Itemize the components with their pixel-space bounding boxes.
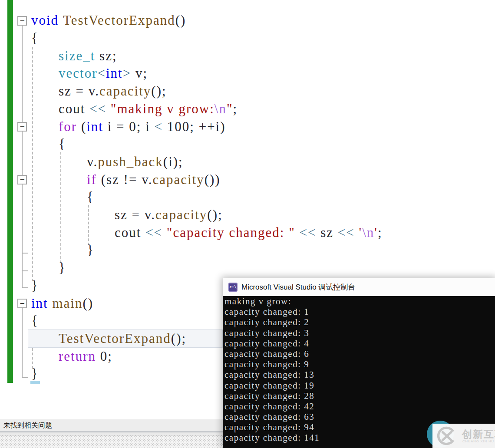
code-token: for [59, 119, 77, 135]
code-token: capacity [155, 207, 207, 223]
code-token: i = 0; i [103, 119, 155, 135]
code-token: int [86, 119, 103, 135]
caret-mark [30, 381, 40, 384]
code-line[interactable]: if (sz != v.capacity()) [87, 171, 221, 188]
brand-logo-icon [436, 425, 457, 446]
code-token: ; [378, 225, 383, 240]
fold-line [22, 308, 23, 377]
code-line[interactable]: void TestVectorExpand() [31, 12, 186, 30]
code-token: "capacity changed: " [167, 225, 295, 240]
status-bar: 未找到相关问题 [0, 419, 223, 432]
code-line[interactable]: { [31, 30, 39, 47]
code-token: capacity [152, 172, 204, 188]
console-line: making v grow: [223, 296, 495, 306]
console-line: capacity changed: 19 [223, 380, 495, 391]
code-token: sz = v. [115, 207, 155, 223]
code-line[interactable]: TestVectorExpand(); [59, 330, 186, 348]
code-token [355, 225, 359, 240]
code-line[interactable]: } [31, 277, 39, 295]
code-token: { [31, 30, 39, 46]
code-line[interactable]: v.push_back(i); [87, 153, 183, 171]
code-line[interactable]: cout << "making v grow:\n"; [59, 100, 238, 118]
console-line: capacity changed: 3 [223, 328, 495, 338]
indent-guide [32, 47, 33, 281]
code-token: void [31, 13, 59, 28]
console-title: Microsoft Visual Studio 调试控制台 [241, 282, 355, 292]
fold-line [22, 25, 23, 288]
code-token: (); [151, 83, 166, 99]
console-titlebar[interactable]: c:\ Microsoft Visual Studio 调试控制台 [223, 278, 495, 296]
indent-guide [60, 152, 61, 263]
fold-line-foot [22, 377, 28, 378]
console-icon-label: c:\ [229, 285, 236, 289]
code-token: () [82, 296, 93, 311]
code-token: "making v grow: [111, 101, 214, 117]
code-token [59, 13, 63, 28]
code-line[interactable]: { [31, 312, 39, 330]
fold-line-foot [22, 287, 28, 288]
brand-subtitle: CHUANG XIN HU LIAN [462, 439, 495, 443]
code-token: cout [59, 101, 89, 117]
splitter-bar[interactable] [0, 432, 223, 435]
fold-marker-collapse[interactable]: − [17, 175, 27, 184]
code-token: \n [362, 225, 374, 240]
code-token [295, 225, 300, 240]
code-token: " [227, 101, 233, 117]
console-line: capacity changed: 13 [223, 369, 495, 380]
code-token: 100; ++i) [163, 119, 226, 135]
code-line[interactable]: } [87, 241, 94, 259]
code-token [48, 296, 53, 311]
code-line[interactable]: { [59, 135, 66, 153]
fold-marker-collapse[interactable]: − [17, 122, 27, 132]
code-token: (); [207, 207, 222, 223]
code-line[interactable]: } [59, 259, 66, 277]
watermark: 创新互联 CHUANG XIN HU LIAN [426, 419, 495, 448]
code-token: if [87, 172, 97, 188]
watermark-box: 创新互联 CHUANG XIN HU LIAN [432, 424, 495, 448]
console-line: capacity changed: 42 [223, 401, 495, 412]
horizontal-scrollbar[interactable] [0, 435, 223, 448]
fold-marker-collapse[interactable]: − [17, 16, 27, 26]
code-line[interactable]: cout << "capacity changed: " << sz << '\… [115, 224, 383, 241]
code-line[interactable]: } [31, 365, 39, 383]
code-token: } [87, 242, 94, 258]
code-token: ( [77, 119, 86, 135]
code-line[interactable]: for (int i = 0; i < 100; ++i) [59, 118, 226, 135]
code-token: << [89, 101, 106, 117]
code-token: } [31, 366, 39, 382]
code-token: v; [131, 66, 148, 81]
code-line[interactable]: return 0; [59, 347, 112, 365]
code-token: } [59, 260, 66, 276]
code-token: { [31, 313, 39, 329]
code-token: return [59, 349, 96, 364]
code-line[interactable]: sz = v.capacity(); [115, 206, 223, 224]
console-icon: c:\ [228, 283, 238, 292]
code-line[interactable]: size_t sz; [59, 47, 117, 65]
code-token: \n [214, 101, 227, 117]
code-token: ()) [205, 172, 221, 188]
code-token: << [145, 225, 162, 240]
code-line[interactable]: int main() [31, 294, 93, 312]
code-token: << [338, 225, 355, 240]
code-token: << [300, 225, 317, 240]
code-token: capacity [99, 83, 151, 99]
code-token: push_back [98, 154, 163, 170]
console-line: capacity changed: 9 [223, 359, 495, 369]
console-line: capacity changed: 6 [223, 349, 495, 359]
code-token: size_t [59, 48, 95, 64]
status-region: 未找到相关问题 [0, 419, 223, 448]
code-token: { [59, 136, 66, 152]
code-token: ; [233, 101, 238, 117]
code-token: } [31, 278, 39, 293]
code-token: int [31, 296, 48, 311]
console-line: capacity changed: 4 [223, 338, 495, 349]
code-token [106, 101, 111, 117]
fold-marker-collapse[interactable]: − [17, 299, 27, 308]
code-line[interactable]: sz = v.capacity(); [59, 82, 167, 100]
code-token: vector [59, 66, 97, 81]
status-message: 未找到相关问题 [0, 421, 52, 430]
code-token: (i); [163, 154, 183, 170]
code-line[interactable]: { [87, 188, 94, 206]
code-token: sz [317, 225, 338, 240]
code-line[interactable]: vector<int> v; [59, 65, 148, 82]
